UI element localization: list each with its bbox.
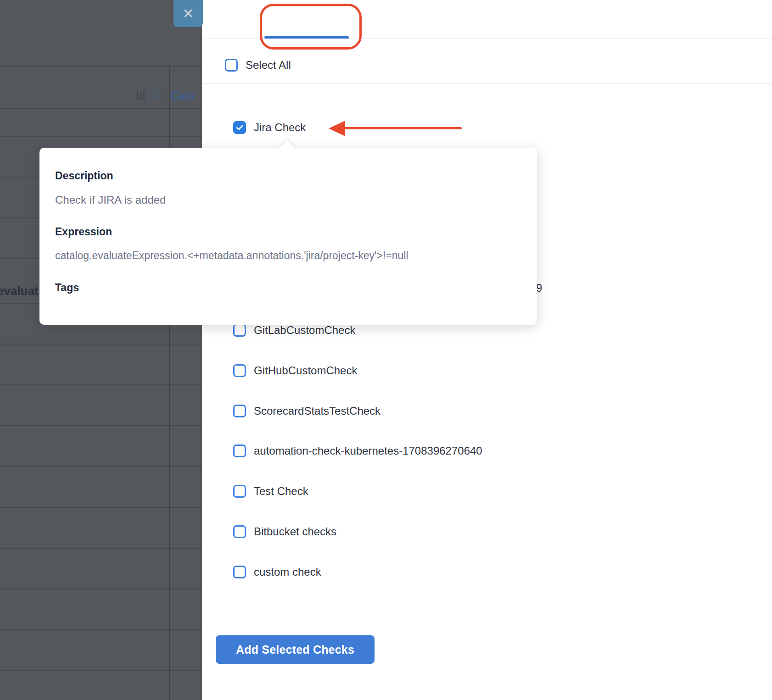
expression-value: catalog.evaluateExpression.<+metadata.an… bbox=[55, 250, 408, 262]
select-all-row[interactable]: Select All bbox=[225, 54, 291, 76]
check-row[interactable]: custom check bbox=[233, 558, 321, 586]
check-checkbox[interactable] bbox=[233, 566, 246, 578]
annotation-arrow-head bbox=[329, 121, 345, 136]
check-row[interactable]: Jira Check bbox=[233, 114, 306, 141]
occluded-item-fragment: 9 bbox=[536, 282, 542, 294]
check-label: automation-check-kubernetes-170839627064… bbox=[254, 444, 482, 457]
check-label: GitHubCustomCheck bbox=[254, 364, 357, 377]
close-icon: ✕ bbox=[182, 7, 194, 21]
table-row-divider bbox=[0, 670, 202, 671]
tags-label: Tags bbox=[55, 282, 79, 294]
check-label: custom check bbox=[254, 566, 321, 578]
table-row-divider bbox=[0, 108, 202, 109]
check-checkbox[interactable] bbox=[233, 485, 246, 498]
checks-panel bbox=[202, 0, 772, 700]
check-label: Test Check bbox=[254, 485, 308, 498]
screen: Id ⓘ : Cata evaluat ✕ Checks Custom Chec… bbox=[0, 0, 772, 700]
table-cell-fragment: evaluat bbox=[0, 284, 39, 298]
check-checkbox[interactable] bbox=[233, 405, 246, 417]
check-checkbox[interactable] bbox=[233, 364, 246, 377]
check-label: Jira Check bbox=[254, 121, 306, 134]
table-row-divider bbox=[0, 466, 202, 467]
expression-label: Expression bbox=[55, 226, 112, 238]
table-row-divider bbox=[0, 384, 202, 385]
table-row-divider bbox=[0, 629, 202, 630]
check-checkbox[interactable] bbox=[233, 525, 246, 538]
check-row[interactable]: automation-check-kubernetes-170839627064… bbox=[233, 437, 482, 465]
check-label: GitLabCustomCheck bbox=[254, 324, 355, 337]
active-tab-underline bbox=[264, 36, 349, 39]
table-row-divider bbox=[0, 136, 202, 137]
add-selected-checks-button[interactable]: Add Selected Checks bbox=[216, 635, 375, 664]
table-row-divider bbox=[0, 425, 202, 426]
description-label: Description bbox=[55, 170, 113, 182]
close-button[interactable]: ✕ bbox=[173, 0, 203, 27]
annotation-arrow bbox=[343, 127, 462, 129]
select-all-checkbox[interactable] bbox=[225, 59, 238, 72]
check-row[interactable]: Bitbucket checks bbox=[233, 518, 336, 545]
check-row[interactable]: ScorecardStatsTestCheck bbox=[233, 397, 380, 425]
section-divider bbox=[202, 83, 772, 84]
check-details-tooltip: Description Check if JIRA is added Expre… bbox=[39, 148, 537, 325]
check-label: ScorecardStatsTestCheck bbox=[254, 405, 380, 417]
table-header-id: Id ⓘ : Cata bbox=[136, 89, 194, 103]
table-row-divider bbox=[0, 344, 202, 344]
catalog-link-fragment: Cata bbox=[171, 89, 194, 102]
check-row[interactable]: GitHubCustomCheck bbox=[233, 357, 357, 384]
modal-backdrop: Id ⓘ : Cata evaluat bbox=[0, 0, 202, 700]
table-row-divider bbox=[0, 589, 202, 589]
table-row-divider bbox=[0, 507, 202, 508]
description-value: Check if JIRA is added bbox=[55, 194, 166, 206]
check-checkbox[interactable] bbox=[233, 121, 246, 134]
tab-bar-divider bbox=[202, 39, 772, 39]
check-row[interactable]: Test Check bbox=[233, 478, 308, 505]
select-all-label: Select All bbox=[246, 59, 291, 72]
check-icon bbox=[235, 123, 244, 132]
check-label: Bitbucket checks bbox=[254, 525, 336, 538]
check-checkbox[interactable] bbox=[233, 324, 246, 337]
id-header-label: Id bbox=[136, 89, 145, 102]
info-icon: ⓘ bbox=[149, 89, 159, 103]
table-row-divider bbox=[0, 548, 202, 549]
header-separator: : bbox=[163, 89, 167, 102]
check-checkbox[interactable] bbox=[233, 444, 246, 457]
table-row-divider bbox=[0, 66, 202, 67]
